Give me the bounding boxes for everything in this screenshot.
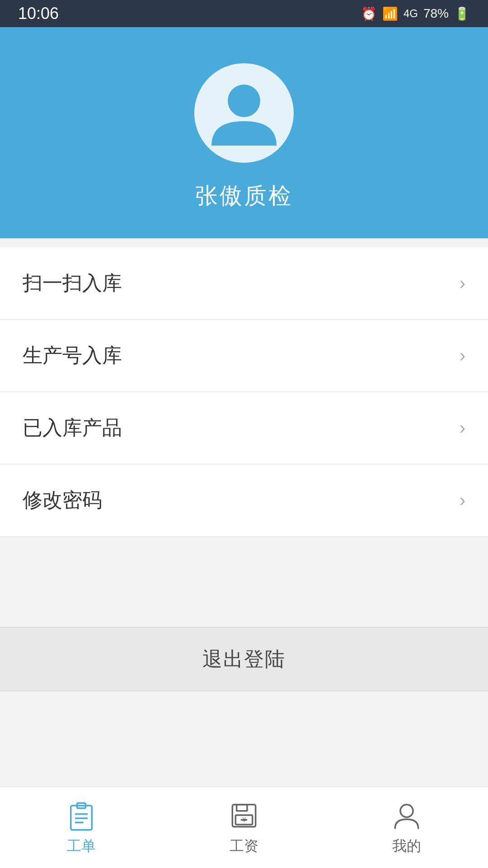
menu-item-warehoused[interactable]: 已入库产品 › <box>0 392 488 464</box>
status-bar: 10:06 ⏰ 📶 4G 78% 🔋 <box>0 0 488 27</box>
menu-item-scan-in-label: 扫一扫入库 <box>23 270 122 297</box>
tab-salary[interactable]: ¥ 工资 <box>163 787 325 868</box>
svg-point-11 <box>400 804 413 817</box>
wifi-icon: 📶 <box>382 6 398 21</box>
tab-work-order-label: 工单 <box>67 836 96 856</box>
tab-work-order[interactable]: 工单 <box>0 787 163 868</box>
battery-icon: 🔋 <box>454 6 470 21</box>
menu-item-change-password[interactable]: 修改密码 › <box>0 464 488 537</box>
chevron-right-icon-production: › <box>460 345 465 366</box>
signal-icon: 4G <box>404 7 418 20</box>
svg-text:¥: ¥ <box>242 816 246 823</box>
menu-item-change-password-label: 修改密码 <box>23 487 102 514</box>
bottom-tab-bar: 工单 ¥ 工资 <box>0 787 488 868</box>
work-order-icon <box>66 799 97 831</box>
profile-header: 张傲质检 <box>0 27 488 238</box>
chevron-right-icon-password: › <box>460 490 465 510</box>
svg-rect-7 <box>237 804 247 811</box>
tab-mine[interactable]: 我的 <box>325 787 488 868</box>
menu-item-warehoused-label: 已入库产品 <box>23 415 122 441</box>
battery-text: 78% <box>423 6 449 21</box>
chevron-right-icon-warehoused: › <box>460 418 465 438</box>
status-time: 10:06 <box>18 4 59 23</box>
alarm-icon: ⏰ <box>361 6 377 21</box>
menu-item-production-in-label: 生产号入库 <box>23 342 122 369</box>
logout-label: 退出登陆 <box>202 646 286 673</box>
menu-item-production-in[interactable]: 生产号入库 › <box>0 320 488 392</box>
avatar <box>194 63 294 163</box>
salary-icon: ¥ <box>228 799 260 831</box>
mine-icon <box>391 799 422 831</box>
menu-item-scan-in[interactable]: 扫一扫入库 › <box>0 247 488 320</box>
chevron-right-icon-scan: › <box>460 273 465 293</box>
svg-point-0 <box>228 85 260 117</box>
menu-list: 扫一扫入库 › 生产号入库 › 已入库产品 › 修改密码 › <box>0 247 488 537</box>
tab-salary-label: 工资 <box>230 836 258 856</box>
gray-space <box>0 537 488 627</box>
status-icons: ⏰ 📶 4G 78% 🔋 <box>361 6 470 21</box>
logout-section: 退出登陆 <box>0 627 488 691</box>
logout-button[interactable]: 退出登陆 <box>0 627 488 691</box>
tab-mine-label: 我的 <box>392 836 421 856</box>
profile-name: 张傲质检 <box>195 181 293 211</box>
